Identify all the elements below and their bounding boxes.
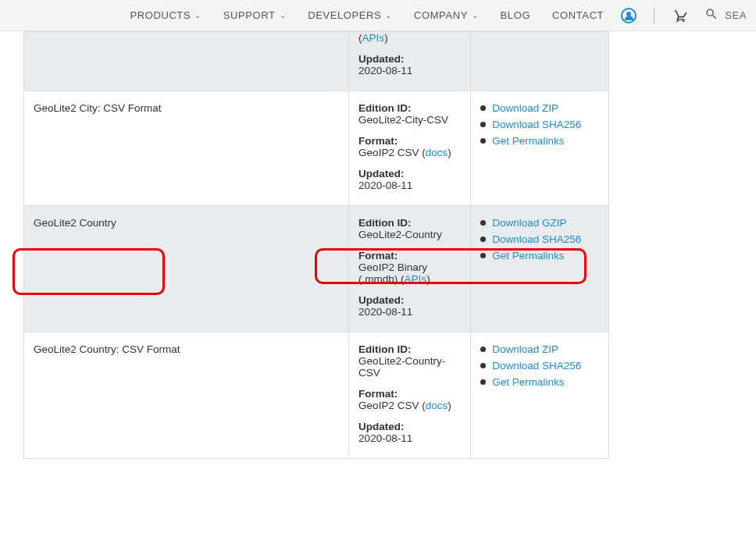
edition-id-value: GeoLite2-Country [358, 229, 461, 240]
nav-developers[interactable]: DEVELOPERS⌄ [308, 9, 392, 21]
db-name-cell: GeoLite2 Country [24, 206, 349, 332]
chevron-down-icon: ⌄ [472, 11, 479, 20]
db-actions-cell: Download GZIP Download SHA256 Get Permal… [471, 206, 609, 332]
svg-point-1 [683, 20, 685, 21]
db-name-cell [24, 32, 349, 91]
db-actions-cell [471, 32, 609, 91]
nav-links: PRODUCTS⌄ SUPPORT⌄ DEVELOPERS⌄ COMPANY⌄ … [130, 9, 604, 21]
edition-id-value: GeoLite2-City-CSV [358, 114, 461, 126]
get-permalinks-link[interactable]: Get Permalinks [492, 135, 564, 147]
nav-support[interactable]: SUPPORT⌄ [223, 9, 286, 21]
nav-company[interactable]: COMPANY⌄ [414, 9, 479, 21]
download-zip-link[interactable]: Download ZIP [492, 343, 558, 355]
svg-point-0 [676, 20, 679, 21]
chevron-down-icon: ⌄ [280, 11, 287, 20]
get-permalinks-link[interactable]: Get Permalinks [492, 376, 564, 388]
nav-contact[interactable]: CONTACT [552, 9, 604, 21]
cart-icon[interactable] [672, 8, 687, 23]
bullet-icon [480, 220, 486, 226]
table-row: GeoLite2 Country Edition ID: GeoLite2-Co… [24, 206, 609, 332]
docs-link[interactable]: docs [426, 147, 448, 158]
table-row: GeoLite2 Country: CSV Format Edition ID:… [24, 332, 609, 459]
db-name: GeoLite2 City: CSV Format [34, 102, 162, 114]
updated-value: 2020-08-11 [358, 432, 461, 444]
bullet-icon [480, 363, 486, 368]
db-name-cell: GeoLite2 City: CSV Format [24, 91, 349, 206]
search-icon [704, 7, 719, 23]
db-meta-cell: Edition ID: GeoLite2-Country Format: Geo… [349, 206, 471, 332]
bullet-icon [480, 347, 486, 352]
edition-id-value: GeoLite2-Country-CSV [358, 355, 461, 379]
search-text: SEA [725, 9, 747, 21]
user-icon[interactable] [621, 8, 637, 23]
download-sha256-link[interactable]: Download SHA256 [492, 360, 581, 372]
bullet-icon [480, 379, 486, 385]
edition-id-label: Edition ID: [358, 102, 461, 114]
format-value: GeoIP2 Binary (.mmdb) (APIs) [358, 261, 461, 285]
db-meta-cell: Edition ID: GeoLite2-City-CSV Format: Ge… [349, 91, 471, 206]
nav-products[interactable]: PRODUCTS⌄ [130, 9, 201, 21]
format-value: GeoIP2 CSV (docs) [358, 147, 461, 158]
db-meta-cell: Edition ID: GeoLite2-Country-CSV Format:… [349, 332, 471, 459]
edition-id-label: Edition ID: [358, 217, 461, 229]
downloads-table: (APIs) Updated: 2020-08-11 GeoLite2 City… [23, 31, 609, 459]
download-sha256-link[interactable]: Download SHA256 [492, 119, 581, 130]
db-name-cell: GeoLite2 Country: CSV Format [24, 332, 349, 459]
format-label: Format: [358, 388, 461, 400]
updated-label: Updated: [358, 294, 461, 306]
db-name: GeoLite2 Country [34, 217, 116, 229]
bullet-icon [480, 138, 486, 144]
download-gzip-link[interactable]: Download GZIP [492, 217, 566, 229]
divider [654, 7, 654, 24]
bullet-icon [480, 122, 486, 127]
edition-id-label: Edition ID: [358, 343, 461, 355]
db-actions-cell: Download ZIP Download SHA256 Get Permali… [471, 91, 609, 206]
updated-value: 2020-08-11 [358, 65, 461, 76]
apis-link[interactable]: APIs [362, 32, 385, 44]
bullet-icon [480, 105, 486, 111]
chevron-down-icon: ⌄ [194, 11, 201, 20]
top-navigation: PRODUCTS⌄ SUPPORT⌄ DEVELOPERS⌄ COMPANY⌄ … [0, 0, 756, 31]
nav-blog[interactable]: BLOG [501, 9, 531, 21]
db-actions-cell: Download ZIP Download SHA256 Get Permali… [471, 332, 609, 459]
download-zip-link[interactable]: Download ZIP [492, 102, 558, 114]
updated-value: 2020-08-11 [358, 306, 461, 318]
format-value: GeoIP2 CSV (docs) [358, 400, 461, 411]
chevron-down-icon: ⌄ [385, 11, 392, 20]
updated-label: Updated: [358, 53, 461, 65]
bullet-icon [480, 253, 486, 258]
updated-label: Updated: [358, 168, 461, 180]
get-permalinks-link[interactable]: Get Permalinks [492, 250, 564, 261]
download-sha256-link[interactable]: Download SHA256 [492, 233, 581, 245]
updated-label: Updated: [358, 421, 461, 432]
table-row: GeoLite2 City: CSV Format Edition ID: Ge… [24, 91, 609, 206]
search-area[interactable]: SEA [704, 7, 747, 23]
db-meta-cell: (APIs) Updated: 2020-08-11 [349, 32, 471, 91]
docs-link[interactable]: docs [426, 400, 448, 411]
apis-link[interactable]: APIs [405, 273, 427, 285]
table-row: (APIs) Updated: 2020-08-11 [24, 32, 609, 91]
db-name: GeoLite2 Country: CSV Format [34, 343, 180, 355]
updated-value: 2020-08-11 [358, 180, 461, 191]
format-label: Format: [358, 135, 461, 147]
bullet-icon [480, 236, 486, 242]
format-label: Format: [358, 250, 461, 261]
